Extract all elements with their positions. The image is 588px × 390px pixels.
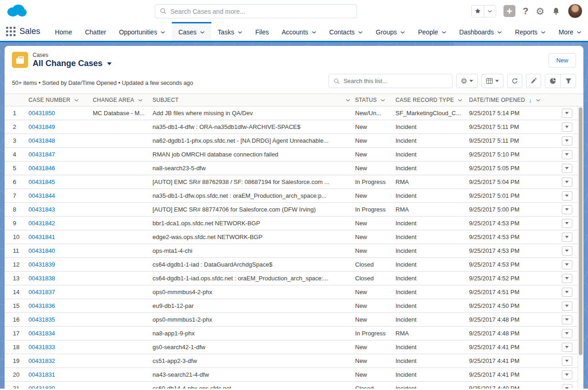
row-actions-button[interactable] [562,246,572,256]
case-number-link[interactable]: 00431843 [28,206,55,213]
nav-tab-chatter[interactable]: Chatter [79,22,113,41]
case-number-link[interactable]: 00431844 [28,192,55,199]
app-launcher-icon[interactable] [6,22,16,41]
nav-tab-accounts[interactable]: Accounts [275,22,323,41]
change-area-cell [93,189,153,202]
row-actions-button[interactable] [562,288,572,297]
charts-button[interactable] [545,74,560,88]
case-number-link[interactable]: 00431840 [28,247,55,254]
row-actions-button[interactable] [562,357,572,366]
new-button[interactable]: New [548,53,576,67]
list-view-selector-caret-icon[interactable] [107,62,112,65]
nav-tab-contacts[interactable]: Contacts [323,22,369,41]
change-area-cell [93,340,153,354]
list-search-input[interactable] [344,78,447,84]
edit-button[interactable] [526,74,541,88]
list-view-controls-button[interactable]: ⚙ [456,74,478,88]
case-number-link[interactable]: 00431849 [28,123,55,130]
nav-tab-cases[interactable]: Cases [172,22,211,41]
column-header-date-time-opened[interactable]: DATE/TIME OPENED ↓ [469,94,556,106]
case-number-link[interactable]: 00431835 [28,316,55,323]
case-number-link[interactable]: 00431833 [28,344,55,351]
case-number-link[interactable]: 00431834 [28,330,55,337]
case-number-link[interactable]: 00431830 [28,385,55,389]
global-actions-button[interactable]: + [503,5,515,17]
row-number: 17 [5,327,28,340]
user-avatar[interactable] [568,4,582,18]
nav-tab-groups[interactable]: Groups [369,22,412,41]
column-header-status[interactable]: STATUS [355,94,396,106]
case-number-link[interactable]: 00431839 [28,261,55,268]
case-number-link[interactable]: 00431838 [28,275,55,282]
row-actions-button[interactable] [562,136,572,145]
case-number-link[interactable]: 00431837 [28,289,55,295]
date-opened-cell: 9/25/2017 4:41 PM [469,368,556,381]
status-cell: New [355,148,396,161]
notifications-bell-icon[interactable] [552,7,560,16]
list-search[interactable] [328,74,452,88]
row-actions-button[interactable] [562,343,572,352]
nav-tab-more[interactable]: More [552,22,588,41]
date-opened-cell: 9/25/2017 5:01 PM [469,189,556,202]
help-icon[interactable]: ? [523,6,528,17]
nav-tab-tasks[interactable]: Tasks [211,22,249,41]
status-cell: New [355,189,396,202]
row-actions-button[interactable] [562,164,572,173]
chevron-down-icon [345,99,351,102]
row-actions-button[interactable] [562,274,572,283]
bell-icon [552,7,560,16]
row-actions-button[interactable] [562,219,572,228]
nav-tab-home[interactable]: Home [49,22,79,41]
case-number-link[interactable]: 00431847 [28,151,55,158]
row-actions-button[interactable] [562,150,572,159]
row-actions-button[interactable] [562,233,572,242]
row-number: 1 [5,106,28,120]
nav-tab-dashboards[interactable]: Dashboards [453,22,509,41]
nav-tab-files[interactable]: Files [249,22,276,41]
record-type-cell: Incident [396,148,469,161]
global-search-input[interactable] [170,8,352,15]
case-number-link[interactable]: 00431842 [28,220,55,227]
subject-cell: na35-db1-4-dfw : ORA-na35db1dfw-ARCHIVE-… [153,120,355,134]
row-actions-button[interactable] [562,178,572,187]
refresh-button[interactable] [507,74,522,88]
nav-tab-reports[interactable]: Reports [509,22,552,41]
row-actions-button[interactable] [562,109,572,118]
favorite-star-button[interactable] [472,6,484,17]
nav-tab-opportunities[interactable]: Opportunities [113,22,172,41]
column-header-subject[interactable]: SUBJECT [153,94,355,106]
column-header-case-record-type[interactable]: CASE RECORD TYPE [396,94,469,106]
change-area-cell [93,285,153,299]
row-actions-button[interactable] [562,123,572,132]
row-actions-button[interactable] [562,329,572,338]
search-icon [334,78,340,84]
case-number-link[interactable]: 00431841 [28,234,55,240]
row-actions-button[interactable] [562,301,572,311]
case-number-link[interactable]: 00431836 [28,302,55,309]
row-actions-button[interactable] [562,191,572,201]
scrollbar-thumb[interactable] [579,107,582,355]
favorites-dropdown-button[interactable] [484,6,496,17]
row-actions-button[interactable] [562,315,572,324]
case-number-link[interactable]: 00431845 [28,178,55,185]
setup-gear-icon[interactable]: ⚙ [536,6,544,16]
row-actions-button[interactable] [562,384,572,389]
case-number-link[interactable]: 00431846 [28,165,55,172]
table-row: 9 00431842 bbr1-dca1.ops.sfdc.net NETWOR… [5,217,577,230]
column-header-case-number[interactable]: CASE NUMBER [28,94,93,106]
cases-object-icon [12,52,28,68]
nav-tab-people[interactable]: People [412,22,453,41]
column-header-change-area[interactable]: CHANGE AREA [93,94,153,106]
global-search[interactable] [155,4,357,18]
row-actions-button[interactable] [562,370,572,379]
row-actions-button[interactable] [562,205,572,214]
display-as-button[interactable] [481,74,503,88]
filter-button[interactable] [560,74,576,88]
case-number-link[interactable]: 00431831 [28,371,55,378]
case-number-link[interactable]: 00431832 [28,357,55,364]
vertical-scrollbar[interactable] [577,106,583,389]
case-number-link[interactable]: 00431848 [28,137,55,144]
case-number-link[interactable]: 00431850 [28,110,55,117]
row-actions-button[interactable] [562,260,572,269]
record-type-cell: Incident [396,134,469,147]
